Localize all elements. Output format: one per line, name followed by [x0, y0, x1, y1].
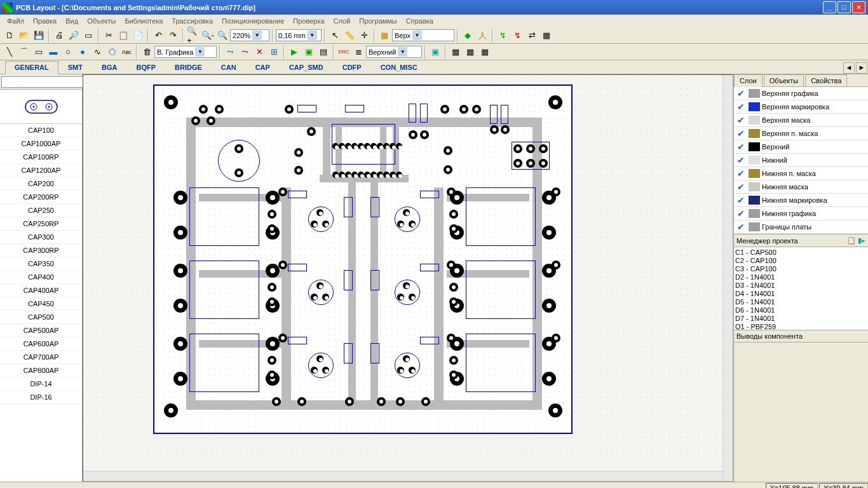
component-item[interactable]: CAP800AP [0, 364, 82, 377]
check-icon[interactable]: ✔ [735, 195, 747, 205]
zoomin-icon[interactable]: 🔍+ [186, 29, 200, 43]
component-item[interactable]: DIP-16 [0, 391, 82, 404]
check-icon[interactable]: ✔ [735, 155, 747, 165]
pm-item[interactable]: C1 - CAP500 [735, 248, 867, 257]
layer-row[interactable]: ✔Верхняя графика [734, 87, 868, 100]
menu-библиотека[interactable]: Библиотека [121, 16, 168, 26]
component-item[interactable]: CAP300RP [0, 244, 82, 257]
tab-cdfp[interactable]: CDFP [333, 61, 371, 74]
open-icon[interactable]: 📂 [17, 29, 31, 43]
component-item[interactable]: CAP300 [0, 231, 82, 244]
redo-icon[interactable]: ↷ [166, 29, 180, 43]
panel-icon[interactable]: ▤ [316, 45, 330, 59]
check-icon[interactable]: ✔ [735, 115, 747, 125]
component-item[interactable]: CAP450 [0, 297, 82, 311]
menu-позиционирование[interactable]: Позиционирование [217, 16, 288, 26]
zoomfit-icon[interactable]: 🔍 [215, 29, 229, 43]
layer-swatch[interactable] [749, 169, 760, 178]
tab-smt[interactable]: SMT [58, 61, 92, 74]
route3-icon[interactable]: ✕ [252, 45, 266, 59]
check-icon[interactable]: ✔ [735, 182, 747, 192]
conn-icon[interactable]: ↯ [496, 29, 510, 43]
layer-swatch[interactable] [749, 129, 760, 138]
component-item[interactable]: CAP100 [0, 124, 82, 137]
chip3-icon[interactable]: ▦ [478, 45, 492, 59]
pm-icon1[interactable]: 📋 [847, 236, 856, 244]
layer-row[interactable]: ✔Нижняя п. маска [734, 167, 868, 180]
component-search-input[interactable] [1, 76, 90, 88]
menu-трассировка[interactable]: Трассировка [167, 16, 217, 26]
pm-item[interactable]: Q1 - PBF259 [735, 323, 867, 330]
component-item[interactable]: CAP600AP [0, 337, 82, 351]
layer-swatch[interactable] [749, 182, 760, 191]
tab-cap[interactable]: CAP [246, 61, 280, 74]
text-icon[interactable]: Авс [119, 45, 133, 59]
origin-icon[interactable]: ✛ [357, 29, 371, 43]
paste-icon[interactable]: 📄 [131, 29, 145, 43]
layer-combo[interactable]: Верх▼ [392, 29, 454, 41]
save-icon[interactable]: 💾 [32, 29, 46, 43]
layer-swatch[interactable] [749, 89, 760, 98]
pm-item[interactable]: D2 - 1N4001 [735, 273, 867, 281]
tab-left-button[interactable]: ◄ [843, 62, 855, 74]
title-icon[interactable]: ▭ [81, 29, 95, 43]
layer-swatch[interactable] [749, 156, 760, 165]
tab-cap_smd[interactable]: CAP_SMD [280, 61, 333, 74]
component-item[interactable]: DIP-14 [0, 377, 82, 391]
component-item[interactable]: CAP350 [0, 257, 82, 271]
layer-swatch[interactable] [749, 142, 760, 151]
route2-icon[interactable]: ⤳ [238, 45, 252, 59]
component-item[interactable]: CAP400AP [0, 284, 82, 297]
undo-icon[interactable]: ↶ [151, 29, 165, 43]
layer-row[interactable]: ✔Нижняя графика [734, 207, 868, 220]
route4-icon[interactable]: ⊞ [267, 45, 281, 59]
grid-icon[interactable]: ▦ [377, 29, 391, 43]
tab-general[interactable]: GENERAL [5, 61, 58, 74]
pt-icon[interactable]: ◆ [461, 29, 475, 43]
component-item[interactable]: CAP250 [0, 204, 82, 217]
tab-right-button[interactable]: ► [856, 62, 867, 74]
layer-swatch[interactable] [749, 116, 760, 125]
component-item[interactable]: CAP700AP [0, 351, 82, 364]
layer-row[interactable]: ✔Верхняя маска [734, 114, 868, 127]
tab-bga[interactable]: BGA [92, 61, 126, 74]
check-icon[interactable]: ✔ [735, 142, 747, 152]
route1-icon[interactable]: ⤳ [223, 45, 237, 59]
copy-icon[interactable]: 📋 [116, 29, 130, 43]
tab-bqfp[interactable]: BQFP [126, 61, 165, 74]
project-manager-list[interactable]: C1 - CAP500C2 - CAP100C3 - CAP100D2 - 1N… [734, 247, 868, 330]
frect-icon[interactable]: ▬ [46, 45, 60, 59]
component-item[interactable]: CAP500AP [0, 324, 82, 337]
zoomout-icon[interactable]: 🔍- [201, 29, 215, 43]
layer-row[interactable]: ✔Верхняя п. маска [734, 127, 868, 140]
component-item[interactable]: CAP400 [0, 271, 82, 284]
layer-row[interactable]: ✔Нижняя маска [734, 180, 868, 194]
play-icon[interactable]: ▶ [287, 45, 301, 59]
component-item[interactable]: CAP100RP [0, 151, 82, 164]
ellipse-icon[interactable]: ○ [61, 45, 75, 59]
cut-icon[interactable]: ✂ [102, 29, 116, 43]
rtab-2[interactable]: Свойства [805, 74, 847, 87]
del-icon[interactable]: 🗑 [140, 45, 154, 59]
fellipse-icon[interactable]: ● [76, 45, 90, 59]
layer2-combo[interactable]: Верхний▼ [366, 46, 422, 58]
layer-swatch[interactable] [749, 102, 760, 111]
ruler-icon[interactable]: 📏 [342, 29, 356, 43]
check-icon[interactable]: ✔ [735, 168, 747, 179]
canvas-vscroll[interactable] [722, 75, 733, 481]
poly2-icon[interactable]: ⬠ [105, 45, 119, 59]
component-item[interactable]: CAP1200AP [0, 164, 82, 177]
pm-item[interactable]: D4 - 1N4001 [735, 290, 867, 298]
canvas-hscroll[interactable] [83, 471, 722, 481]
component-item[interactable]: CAP200 [0, 177, 82, 191]
check-icon[interactable]: ✔ [735, 102, 747, 112]
check-icon[interactable]: ✔ [735, 128, 747, 139]
menu-вид[interactable]: Вид [61, 16, 83, 26]
layer-swatch[interactable] [749, 222, 760, 231]
rtab-0[interactable]: Слои [734, 74, 763, 87]
print-icon[interactable]: 🖨 [52, 29, 66, 43]
layer-swatch[interactable] [749, 209, 760, 218]
cursor-icon[interactable]: ↖ [328, 29, 342, 43]
layer-row[interactable]: ✔Границы платы [734, 220, 868, 234]
check-icon[interactable]: ✔ [735, 222, 747, 232]
